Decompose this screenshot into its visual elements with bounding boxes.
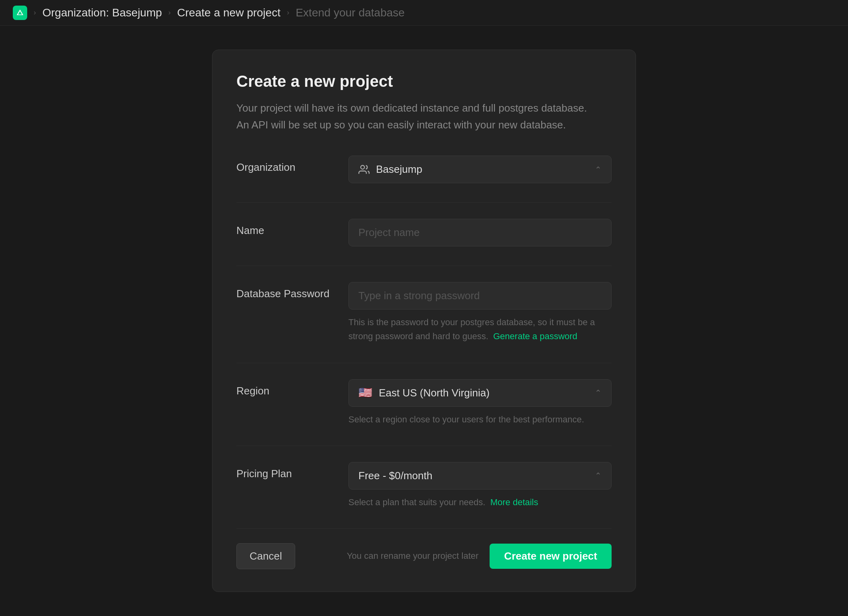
region-select[interactable]: 🇺🇸 East US (North Virginia) ⌃	[348, 379, 612, 407]
people-icon	[358, 164, 370, 175]
create-project-button[interactable]: Create new project	[490, 544, 612, 569]
generate-password-link[interactable]: Generate a password	[493, 331, 577, 341]
card-footer: Cancel You can rename your project later…	[236, 528, 612, 569]
card-title: Create a new project	[236, 72, 612, 90]
more-details-link[interactable]: More details	[490, 497, 538, 507]
rename-hint: You can rename your project later	[347, 551, 478, 561]
organization-row: Organization Basejump ⌃	[236, 156, 612, 183]
region-label: Region	[236, 379, 348, 397]
name-row: Name	[236, 202, 612, 246]
region-field: 🇺🇸 East US (North Virginia) ⌃ Select a r…	[348, 379, 612, 426]
footer-right: You can rename your project later Create…	[347, 544, 612, 569]
database-password-input[interactable]	[348, 282, 612, 310]
breadcrumb-sep-1: ›	[168, 8, 171, 17]
breadcrumb-sep-0: ›	[34, 8, 36, 17]
card-description: Your project will have its own dedicated…	[236, 100, 612, 133]
region-select-left: 🇺🇸 East US (North Virginia)	[358, 387, 490, 399]
database-password-hint: This is the password to your postgres da…	[348, 315, 612, 343]
pricing-plan-hint: Select a plan that suits your needs. Mor…	[348, 495, 612, 509]
breadcrumb-org[interactable]: Organization: Basejump	[42, 6, 162, 19]
region-hint: Select a region close to your users for …	[348, 412, 612, 426]
organization-select[interactable]: Basejump ⌃	[348, 156, 612, 183]
organization-select-left: Basejump	[358, 163, 422, 176]
organization-value: Basejump	[376, 163, 422, 176]
name-field	[348, 219, 612, 246]
create-project-card: Create a new project Your project will h…	[212, 50, 636, 592]
pricing-plan-field: Free - $0/month ⌃ Select a plan that sui…	[348, 462, 612, 509]
pricing-plan-select[interactable]: Free - $0/month ⌃	[348, 462, 612, 490]
svg-point-2	[361, 165, 364, 169]
breadcrumb-extend-db: Extend your database	[296, 6, 404, 19]
region-row: Region 🇺🇸 East US (North Virginia) ⌃ Sel…	[236, 363, 612, 426]
topbar: › Organization: Basejump › Create a new …	[0, 0, 848, 26]
cancel-button[interactable]: Cancel	[236, 543, 295, 569]
region-chevron-icon: ⌃	[595, 388, 602, 398]
name-label: Name	[236, 219, 348, 237]
us-flag-icon: 🇺🇸	[358, 387, 372, 398]
project-name-input[interactable]	[348, 219, 612, 246]
pricing-plan-row: Pricing Plan Free - $0/month ⌃ Select a …	[236, 446, 612, 509]
database-password-label: Database Password	[236, 282, 348, 300]
breadcrumb-create-project[interactable]: Create a new project	[177, 6, 280, 19]
pricing-plan-chevron-icon: ⌃	[595, 471, 602, 480]
pricing-plan-label: Pricing Plan	[236, 462, 348, 480]
database-password-field: This is the password to your postgres da…	[348, 282, 612, 343]
main-content: Create a new project Your project will h…	[0, 26, 848, 616]
breadcrumb-sep-2: ›	[287, 8, 289, 17]
organization-label: Organization	[236, 156, 348, 174]
pricing-plan-hint-text: Select a plan that suits your needs.	[348, 497, 485, 507]
database-password-row: Database Password This is the password t…	[236, 266, 612, 343]
organization-chevron-icon: ⌃	[595, 165, 602, 174]
region-value: East US (North Virginia)	[379, 387, 490, 399]
pricing-plan-value: Free - $0/month	[358, 470, 432, 482]
logo[interactable]	[13, 6, 27, 20]
organization-field: Basejump ⌃	[348, 156, 612, 183]
pricing-plan-select-left: Free - $0/month	[358, 470, 432, 482]
